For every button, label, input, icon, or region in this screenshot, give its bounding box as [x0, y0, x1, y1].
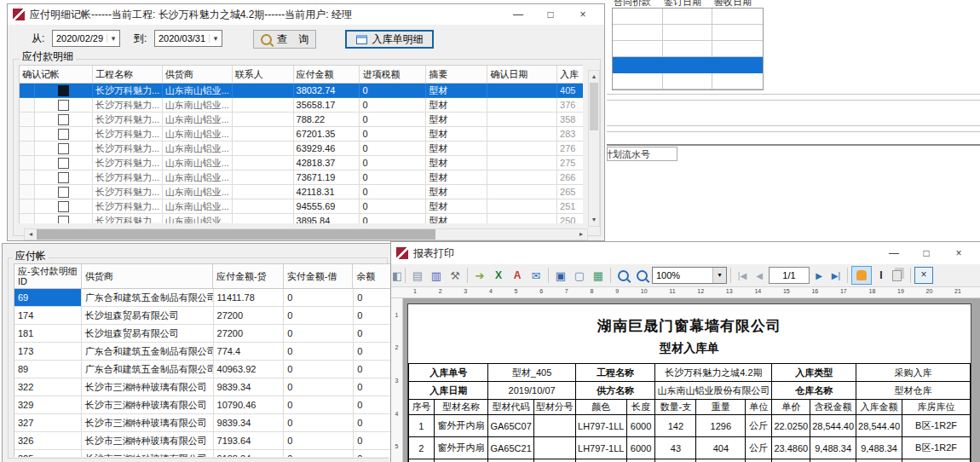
- table-row[interactable]: 长沙万科魅力... 山东南山铝业... 3895.84 0 型材 250: [20, 214, 583, 223]
- close-button[interactable]: ×: [943, 244, 975, 263]
- export-icon[interactable]: ➔: [471, 267, 488, 284]
- first-page-button[interactable]: |◀: [735, 271, 750, 280]
- table-row[interactable]: 长沙万科魅力... 山东南山铝业... 38032.74 0 型材 405: [20, 84, 583, 98]
- title-bar[interactable]: 报表打印 — □ ×: [391, 242, 980, 264]
- confirm-checkbox[interactable]: [58, 201, 69, 212]
- row-header-cell[interactable]: [20, 98, 35, 113]
- query-button[interactable]: 查 询: [253, 30, 316, 49]
- col-supplier[interactable]: 供货商: [82, 264, 213, 288]
- table-row[interactable]: 329 长沙市三湘特种玻璃有限公司 10790.46 0 0: [14, 396, 422, 414]
- excel-export-icon[interactable]: X: [490, 267, 507, 284]
- row-header-cell[interactable]: [20, 84, 35, 98]
- col-inbound[interactable]: 入库: [557, 66, 583, 83]
- col-contact[interactable]: 联系人: [233, 66, 294, 83]
- table-row[interactable]: 长沙万科魅力... 山东南山铝业... 67201.35 0 型材 283: [20, 127, 583, 141]
- col-debit[interactable]: 实付金额-借: [284, 264, 354, 288]
- row-header-cell[interactable]: [20, 141, 35, 156]
- print-icon[interactable]: ▤: [409, 267, 426, 284]
- detail-id-cell[interactable]: 327: [14, 414, 82, 432]
- col-summary[interactable]: 摘要: [426, 66, 487, 83]
- copy-icon[interactable]: [892, 270, 902, 281]
- table-row[interactable]: [613, 9, 763, 25]
- table-row[interactable]: 326 长沙市三湘特种玻璃有限公司 7193.64 0 0: [14, 432, 422, 450]
- col-project[interactable]: 工程名称: [93, 66, 163, 83]
- close-preview-button[interactable]: ×: [914, 267, 933, 284]
- confirm-checkbox[interactable]: [58, 216, 69, 224]
- detail-id-cell[interactable]: 69: [14, 289, 82, 307]
- last-page-button[interactable]: ▶|: [828, 271, 844, 280]
- detail-id-cell[interactable]: 329: [14, 396, 82, 414]
- prev-page-button[interactable]: ◀: [752, 271, 767, 280]
- row-header-cell[interactable]: [20, 156, 35, 170]
- book-icon[interactable]: ▥: [428, 267, 445, 284]
- title-bar[interactable]: 应付明细记帐------当前工程: 长沙万科魅力之城4.2期------当前用户…: [8, 4, 604, 25]
- zoom-out-icon[interactable]: [633, 267, 650, 284]
- row-header-cell[interactable]: [20, 113, 35, 127]
- from-date-select[interactable]: 2020/02/29 ▾: [52, 30, 120, 47]
- table-row[interactable]: 长沙万科魅力... 山东南山铝业... 94555.69 0 型材 251: [20, 199, 583, 214]
- confirm-checkbox[interactable]: [58, 100, 69, 111]
- table-row[interactable]: 325 长沙市三湘特种玻璃有限公司 9188.34 0 0: [14, 450, 422, 457]
- col-amount[interactable]: 应付金额: [294, 66, 360, 83]
- table-row[interactable]: 89 广东合和建筑五金制品有限公司 40963.92 0 0: [14, 361, 422, 378]
- table-row[interactable]: [613, 73, 763, 90]
- detail-id-cell[interactable]: 326: [14, 432, 82, 450]
- table-row[interactable]: 长沙万科魅力... 山东南山铝业... 73671.19 0 型材 266: [20, 170, 583, 185]
- row-header-cell[interactable]: [20, 185, 35, 199]
- grid-export-icon[interactable]: ▦: [590, 267, 607, 284]
- table-row[interactable]: 69 广东合和建筑五金制品有限公司 11411.78 0 0: [14, 289, 422, 307]
- partial-icon[interactable]: ◧: [393, 267, 401, 284]
- col-supplier[interactable]: 供货商: [163, 66, 233, 83]
- confirm-checkbox[interactable]: [58, 85, 69, 96]
- table-row[interactable]: 长沙万科魅力... 山东南山铝业... 63929.46 0 型材 276: [20, 141, 583, 156]
- detail-id-cell[interactable]: 181: [14, 325, 82, 343]
- table-row[interactable]: 181 长沙坦森贸易有限公司 27200 0 0: [14, 325, 422, 343]
- save-icon[interactable]: ▣: [552, 267, 569, 284]
- vertical-scrollbar[interactable]: ▴ ▾: [588, 70, 600, 227]
- page-number-input[interactable]: 1/1: [769, 267, 810, 284]
- document-icon[interactable]: ▢: [571, 267, 588, 284]
- confirm-checkbox[interactable]: [58, 129, 69, 140]
- zoom-in-icon[interactable]: [614, 267, 631, 284]
- col-tax[interactable]: 进项税额: [360, 66, 426, 83]
- table-row[interactable]: 长沙万科魅力... 山东南山铝业... 42118.31 0 型材 265: [20, 185, 583, 199]
- table-row[interactable]: 长沙万科魅力... 山东南山铝业... 35658.17 0 型材 376: [20, 98, 583, 113]
- row-header-cell[interactable]: [20, 214, 35, 223]
- next-page-button[interactable]: ▶: [811, 271, 827, 280]
- table-row[interactable]: 长沙万科魅力... 山东南山铝业... 42818.37 0 型材 275: [20, 156, 583, 170]
- close-button[interactable]: ×: [567, 5, 599, 24]
- to-date-select[interactable]: 2020/03/31 ▾: [154, 30, 222, 47]
- table-row[interactable]: 327 长沙市三湘特种玻璃有限公司 9839.34 0 0: [14, 414, 422, 432]
- maximize-button[interactable]: □: [534, 5, 567, 24]
- pdf-export-icon[interactable]: A: [509, 267, 526, 284]
- zoom-level-select[interactable]: 100% ▾: [652, 267, 727, 284]
- confirm-checkbox[interactable]: [58, 172, 69, 183]
- table-row[interactable]: 173 广东合和建筑五金制品有限公司 774.4 0 0: [14, 343, 422, 361]
- minimize-button[interactable]: —: [878, 244, 910, 263]
- confirm-checkbox[interactable]: [58, 114, 69, 125]
- settings-icon[interactable]: ⚒: [447, 267, 464, 284]
- table-row[interactable]: 322 长沙市三湘特种玻璃有限公司 9839.34 0 0: [14, 378, 422, 396]
- col-confirm-date[interactable]: 确认日期: [487, 66, 557, 83]
- minimize-button[interactable]: —: [502, 5, 534, 24]
- detail-id-cell[interactable]: 322: [14, 378, 82, 396]
- text-select-tool-button[interactable]: I: [873, 269, 889, 281]
- confirm-checkbox[interactable]: [58, 143, 69, 154]
- scroll-left-icon[interactable]: ◂: [25, 228, 37, 240]
- hand-tool-button[interactable]: [851, 266, 872, 285]
- detail-id-cell[interactable]: 174: [14, 307, 82, 325]
- col-confirm[interactable]: 确认记帐: [20, 66, 93, 83]
- maximize-button[interactable]: □: [910, 244, 943, 263]
- scrollbar-thumb[interactable]: [37, 229, 435, 240]
- confirm-checkbox[interactable]: [58, 158, 69, 169]
- table-row[interactable]: 长沙万科魅力... 山东南山铝业... 788.22 0 型材 358: [20, 113, 583, 127]
- row-header-cell[interactable]: [20, 170, 35, 185]
- row-header-cell[interactable]: [20, 127, 35, 141]
- table-row[interactable]: [613, 57, 763, 73]
- col-credit[interactable]: 应付金额-贷: [213, 264, 284, 288]
- detail-id-cell[interactable]: 173: [14, 343, 82, 361]
- scrollbar-thumb[interactable]: [590, 83, 598, 130]
- row-header-cell[interactable]: [20, 199, 35, 214]
- col-detail-id[interactable]: 应-实付款明细ID: [14, 264, 82, 288]
- scroll-up-icon[interactable]: ▴: [589, 71, 599, 83]
